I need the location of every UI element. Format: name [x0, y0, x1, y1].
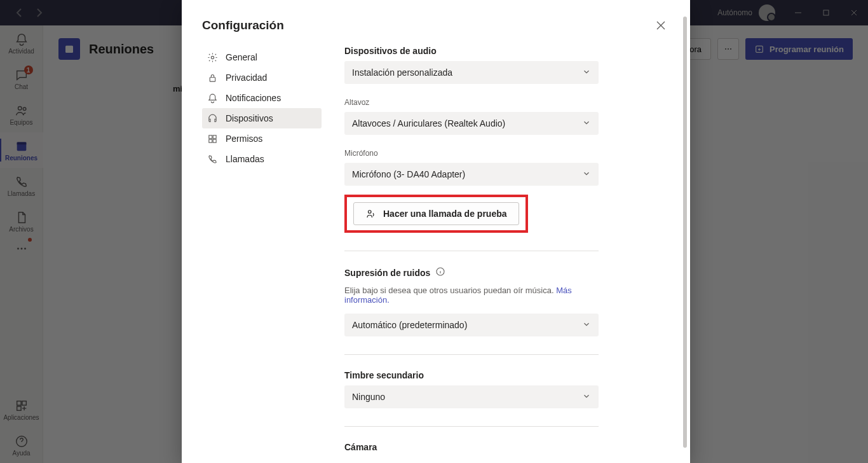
- svg-rect-20: [210, 77, 215, 81]
- svg-rect-21: [209, 135, 212, 138]
- select-value: Instalación personalizada: [352, 67, 452, 78]
- lock-icon: [207, 73, 218, 83]
- nav-general[interactable]: General: [202, 47, 322, 67]
- select-value: Altavoces / Auriculares (Realtek Audio): [352, 118, 505, 128]
- divider: [344, 426, 599, 427]
- select-value: Automático (predeterminado): [352, 320, 467, 330]
- nav-notifications[interactable]: Notificaciones: [202, 88, 322, 108]
- svg-rect-22: [213, 135, 216, 138]
- chevron-down-icon: [582, 392, 591, 403]
- select-value: Micrófono (3- DA40 Adapter): [352, 169, 465, 179]
- grid-icon: [207, 134, 218, 144]
- svg-rect-23: [209, 139, 212, 142]
- settings-modal: Configuración General Privacidad Notific…: [182, 0, 690, 463]
- nav-label: Dispositivos: [226, 113, 273, 123]
- modal-title: Configuración: [202, 18, 284, 32]
- test-call-label: Hacer una llamada de prueba: [383, 209, 507, 219]
- settings-nav: General Privacidad Notificaciones Dispos…: [202, 43, 322, 450]
- chevron-down-icon: [582, 320, 591, 331]
- audio-devices-header: Dispositivos de audio: [344, 46, 657, 56]
- phone-icon: [207, 154, 218, 165]
- camera-header: Cámara: [344, 442, 657, 450]
- ringer-select[interactable]: Ninguno: [344, 385, 599, 408]
- nav-label: Permisos: [226, 134, 262, 144]
- test-call-button[interactable]: Hacer una llamada de prueba: [353, 202, 519, 225]
- svg-point-19: [211, 56, 214, 59]
- svg-point-25: [369, 211, 372, 214]
- noise-select[interactable]: Automático (predeterminado): [344, 314, 599, 336]
- chevron-down-icon: [582, 67, 591, 78]
- headset-icon: [365, 208, 377, 219]
- nav-label: Privacidad: [226, 73, 267, 83]
- nav-label: Notificaciones: [226, 93, 281, 103]
- nav-label: General: [226, 52, 257, 62]
- select-value: Ninguno: [352, 392, 385, 402]
- noise-desc-text: Elija bajo si desea que otros usuarios p…: [344, 286, 554, 295]
- svg-rect-24: [213, 139, 216, 142]
- nav-privacy[interactable]: Privacidad: [202, 67, 322, 88]
- chevron-down-icon: [582, 118, 591, 129]
- devices-pane: Dispositivos de audio Instalación person…: [344, 43, 670, 450]
- speaker-select[interactable]: Altavoces / Auriculares (Realtek Audio): [344, 112, 599, 135]
- headset-icon: [207, 113, 218, 124]
- mic-label: Micrófono: [344, 149, 657, 158]
- divider: [344, 251, 599, 251]
- speaker-label: Altavoz: [344, 98, 657, 107]
- nav-devices[interactable]: Dispositivos: [202, 108, 322, 128]
- noise-suppression-header: Supresión de ruidos: [344, 268, 430, 278]
- info-icon[interactable]: [435, 266, 445, 279]
- audio-setup-select[interactable]: Instalación personalizada: [344, 61, 599, 84]
- modal-close-button[interactable]: [652, 17, 670, 34]
- secondary-ringer-header: Timbre secundario: [344, 370, 657, 380]
- nav-label: Llamadas: [226, 154, 264, 164]
- gear-icon: [207, 52, 218, 63]
- nav-permissions[interactable]: Permisos: [202, 128, 322, 149]
- nav-calls[interactable]: Llamadas: [202, 149, 322, 169]
- divider: [344, 354, 599, 355]
- mic-select[interactable]: Micrófono (3- DA40 Adapter): [344, 163, 599, 186]
- bell-icon: [207, 93, 218, 104]
- test-call-highlight: Hacer una llamada de prueba: [344, 195, 528, 233]
- chevron-down-icon: [582, 169, 591, 180]
- noise-desc: Elija bajo si desea que otros usuarios p…: [344, 286, 611, 305]
